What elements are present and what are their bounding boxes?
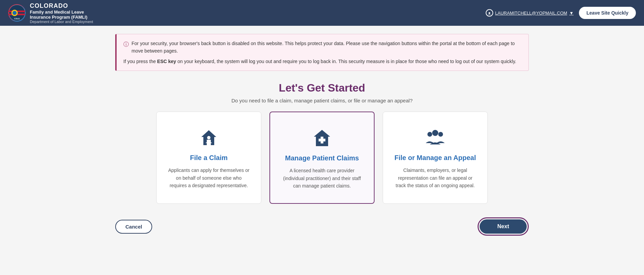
- file-a-claim-card[interactable]: File a Claim Applicants can apply for th…: [156, 112, 261, 204]
- manage-claims-desc: A licensed health care provider (individ…: [281, 167, 363, 190]
- header-actions: ● LAURAMITCHELL@YOPMAIL.COM ▼ Leave Site…: [486, 7, 636, 19]
- appeal-icon: [424, 128, 446, 147]
- page-subtitle: Do you need to file a claim, manage pati…: [115, 98, 529, 103]
- appeal-title: File or Manage an Appeal: [395, 154, 476, 162]
- svg-point-12: [427, 132, 432, 137]
- page-title-section: Let's Get Started Do you need to file a …: [115, 82, 529, 103]
- next-button[interactable]: Next: [480, 219, 527, 234]
- chevron-down-icon: ▼: [569, 11, 573, 16]
- appeal-desc: Claimants, employers, or legal represent…: [394, 166, 477, 189]
- colorado-logo: CDLE: [8, 4, 26, 22]
- file-manage-appeal-card[interactable]: File or Manage an Appeal Claimants, empl…: [383, 112, 488, 204]
- logo-section: CDLE COLORADO Family and Medical Leave I…: [8, 2, 93, 24]
- manage-patient-claims-card[interactable]: Manage Patient Claims A licensed health …: [269, 112, 375, 204]
- file-claim-title: File a Claim: [190, 154, 227, 162]
- manage-claims-icon: [313, 129, 331, 148]
- option-cards-container: File a Claim Applicants can apply for th…: [115, 112, 529, 204]
- page-title: Let's Get Started: [115, 82, 529, 94]
- security-notice-line1: For your security, your browser's back b…: [132, 40, 522, 55]
- user-icon: ●: [486, 9, 493, 17]
- next-button-wrapper: Next: [478, 217, 529, 236]
- security-notice: ⓘ For your security, your browser's back…: [115, 34, 529, 71]
- svg-text:CDLE: CDLE: [14, 18, 20, 20]
- svg-point-14: [432, 130, 438, 136]
- esc-key-label: ESC key: [157, 59, 176, 64]
- file-claim-desc: Applicants can apply for themselves or o…: [167, 166, 250, 189]
- svg-rect-11: [319, 139, 325, 141]
- svg-point-8: [207, 136, 210, 139]
- footer-actions: Cancel Next: [115, 217, 529, 242]
- main-content: ⓘ For your security, your browser's back…: [102, 26, 542, 256]
- svg-point-13: [438, 132, 443, 137]
- site-title: COLORADO Family and Medical Leave Insura…: [30, 2, 93, 24]
- leave-site-button[interactable]: Leave Site Quickly: [579, 7, 636, 19]
- svg-point-4: [13, 11, 17, 15]
- file-claim-icon: [199, 128, 218, 147]
- cancel-button[interactable]: Cancel: [115, 220, 152, 234]
- manage-claims-title: Manage Patient Claims: [285, 154, 359, 162]
- security-notice-line2: If you press the ESC key on your keyboar…: [123, 58, 522, 65]
- user-menu[interactable]: ● LAURAMITCHELL@YOPMAIL.COM ▼: [486, 9, 573, 17]
- site-header: CDLE COLORADO Family and Medical Leave I…: [0, 0, 644, 26]
- info-icon: ⓘ: [123, 40, 129, 55]
